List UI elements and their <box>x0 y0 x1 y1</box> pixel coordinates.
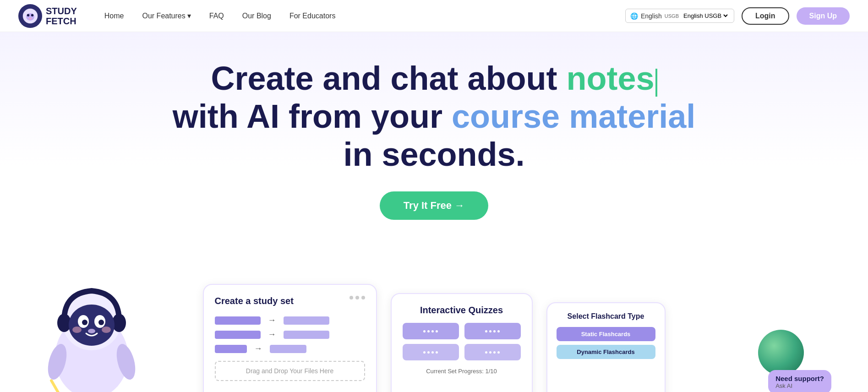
quiz-btn-2[interactable] <box>464 323 521 339</box>
support-title: Need support? <box>775 375 824 382</box>
svg-point-12 <box>82 320 87 325</box>
quiz-row-1 <box>403 323 521 339</box>
nav-educators[interactable]: For Educators <box>289 12 335 20</box>
bar-left-1 <box>215 316 261 325</box>
lang-label: English <box>641 12 662 20</box>
drop-zone[interactable]: Drag and Drop Your Files Here <box>215 361 365 381</box>
nav-right: 🌐 English USGB English USGB Login Sign U… <box>625 7 850 25</box>
bar-right-3 <box>270 345 306 353</box>
bar-right-2 <box>284 331 329 339</box>
arrow-icon-1: → <box>268 316 276 325</box>
mascot-illustration <box>27 266 156 392</box>
dynamic-flashcards-option[interactable]: Dynamic Flashcards <box>557 345 655 359</box>
logo-link[interactable]: STUDY FETCH <box>18 4 77 28</box>
quiz-btn-1[interactable] <box>403 323 459 339</box>
quiz-row-2 <box>403 344 521 360</box>
svg-point-13 <box>98 320 104 325</box>
study-set-title: Create a study set <box>215 296 365 306</box>
bar-left-3 <box>215 345 247 353</box>
quiz-title: Interactive Quizzes <box>403 305 521 316</box>
svg-point-15 <box>72 327 82 333</box>
support-bubble[interactable]: Need support? Ask AI <box>768 370 831 392</box>
chevron-down-icon: ▾ <box>187 11 191 20</box>
static-flashcards-option[interactable]: Static Flashcards <box>557 327 655 341</box>
globe-icon <box>758 330 804 376</box>
study-row-1: → <box>215 316 365 325</box>
study-row-2: → <box>215 330 365 339</box>
hero-title: Create and chat about notes with AI from… <box>159 60 709 173</box>
hero-title-part2: with AI from your <box>173 98 452 135</box>
hero-highlight-notes: notes <box>567 60 655 97</box>
quiz-btn-4[interactable] <box>464 344 521 360</box>
language-selector[interactable]: 🌐 English USGB English USGB <box>625 9 734 23</box>
signup-button[interactable]: Sign Up <box>797 7 850 25</box>
svg-point-3 <box>31 14 33 16</box>
quiz-progress: Current Set Progress: 1/10 <box>403 368 521 375</box>
support-subtitle: Ask AI <box>775 382 824 389</box>
nav-faq[interactable]: FAQ <box>209 12 224 20</box>
svg-point-1 <box>26 13 34 20</box>
hero-highlight-course: course material <box>452 98 695 135</box>
bar-right-1 <box>284 316 329 325</box>
card-menu-dots[interactable] <box>349 296 365 299</box>
svg-point-4 <box>28 17 32 19</box>
login-button[interactable]: Login <box>742 7 789 25</box>
quiz-card: Interactive Quizzes <box>391 293 533 392</box>
logo-text: STUDY FETCH <box>46 6 77 26</box>
lang-code: USGB <box>665 13 679 19</box>
study-set-card: Create a study set → → → Drag and D <box>203 284 377 392</box>
bar-left-2 <box>215 331 261 339</box>
study-row-3: → <box>215 344 365 354</box>
globe-icon: 🌐 <box>630 12 638 20</box>
study-items: → → → <box>215 316 365 354</box>
navbar: STUDY FETCH Home Our Features ▾ FAQ Our … <box>0 0 868 32</box>
nav-blog[interactable]: Our Blog <box>242 12 271 20</box>
svg-rect-19 <box>49 379 63 392</box>
try-it-free-button[interactable]: Try It Free → <box>380 191 488 220</box>
svg-point-2 <box>27 14 29 16</box>
flashcard-card: Select Flashcard Type Static Flashcards … <box>546 302 666 392</box>
logo-icon <box>18 4 42 28</box>
flashcard-title: Select Flashcard Type <box>557 312 655 321</box>
hero-title-part1: Create and chat about <box>211 60 566 97</box>
hero-section: Create and chat about notes with AI from… <box>0 32 868 256</box>
arrow-icon-2: → <box>268 330 276 339</box>
lang-dropdown[interactable]: English USGB <box>682 12 729 20</box>
nav-links: Home Our Features ▾ FAQ Our Blog For Edu… <box>104 11 625 20</box>
nav-home[interactable]: Home <box>104 12 124 20</box>
nav-features[interactable]: Our Features ▾ <box>142 11 191 20</box>
svg-point-14 <box>88 329 95 333</box>
svg-point-9 <box>69 305 115 346</box>
arrow-icon-3: → <box>254 344 262 354</box>
cards-section: Create a study set → → → Drag and D <box>0 266 868 392</box>
svg-point-16 <box>102 327 111 333</box>
hero-title-part3: in seconds. <box>343 136 524 173</box>
quiz-rows <box>403 323 521 360</box>
quiz-btn-3[interactable] <box>403 344 459 360</box>
